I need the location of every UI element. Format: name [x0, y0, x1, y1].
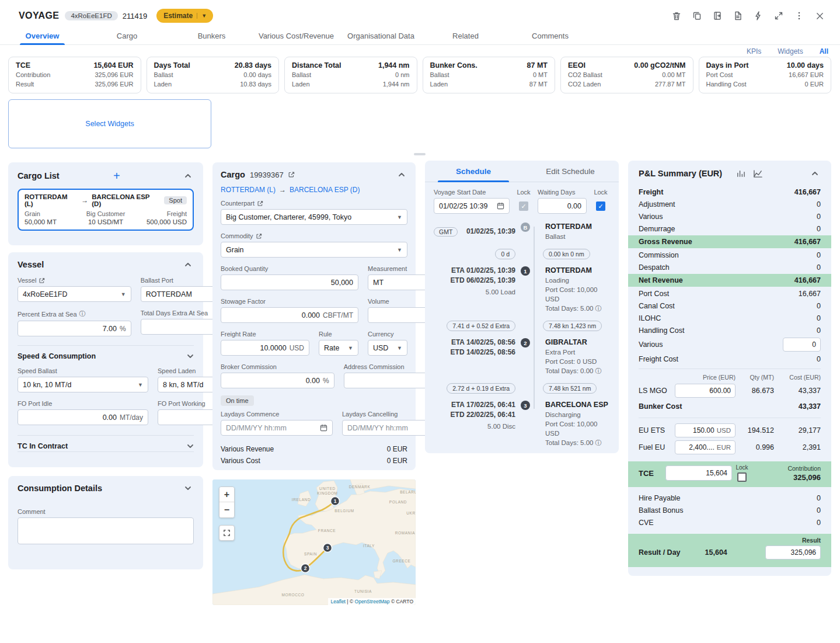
- collapse-cargo-button[interactable]: [396, 170, 407, 179]
- more-options-button[interactable]: [789, 6, 809, 26]
- kpi-card-bunker-cons: Bunker Cons.87 MT Ballast0 MT Laden87 MT: [423, 57, 556, 93]
- tab-related[interactable]: Related: [423, 27, 508, 44]
- filter-widgets[interactable]: Widgets: [778, 47, 803, 55]
- various-revenue-label: Various Revenue: [221, 445, 274, 453]
- trash-icon: [672, 11, 681, 21]
- lsmgo-price-field: [675, 384, 736, 398]
- schedule-stop-1[interactable]: ETA 01/02/25, 10:39 ETD 06/02/25, 10:39 …: [434, 266, 610, 313]
- estimate-button[interactable]: Estimate ▼: [156, 9, 213, 23]
- speed-ballast-select[interactable]: 10 kn, 10 MT/d▼: [18, 377, 148, 392]
- item-commodity: Grain: [25, 210, 79, 217]
- bar-chart-icon[interactable]: [736, 169, 745, 178]
- transfer-button[interactable]: [707, 6, 727, 26]
- cargo-list-item[interactable]: ROTTERDAM (L) → BARCELONA ESP (D) Spot G…: [18, 189, 194, 231]
- external-link-icon[interactable]: [256, 233, 262, 239]
- route-map-widget[interactable]: UNITED KINGDOM IRELAND DENMARK POLAND BE…: [212, 479, 416, 605]
- load-port-link[interactable]: ROTTERDAM (L): [221, 186, 276, 194]
- tab-comments[interactable]: Comments: [508, 27, 592, 44]
- timezone-chip[interactable]: GMT: [434, 227, 458, 237]
- result-total-field: [765, 545, 821, 559]
- voyage-start-field: [434, 198, 510, 214]
- map-fullscreen-button[interactable]: [219, 525, 235, 541]
- tc-in-contract-section[interactable]: TC In Contract: [18, 435, 194, 452]
- broker-commission-input[interactable]: [226, 377, 320, 385]
- discharge-port-link[interactable]: BARCELONA ESP (D): [290, 186, 360, 194]
- fullscreen-button[interactable]: [769, 6, 789, 26]
- marker-stop-3: 3: [521, 401, 530, 410]
- tce-lock-checkbox[interactable]: [737, 472, 747, 482]
- panel-drag-handle[interactable]: [414, 153, 426, 155]
- freight-rate-input[interactable]: [226, 344, 287, 352]
- select-widgets-link[interactable]: Select Widgets: [85, 120, 134, 128]
- arrow-right-icon: →: [81, 196, 88, 204]
- schedule-timeline: GMT 01/02/25, 10:39 B ROTTERDAM Ballast …: [425, 214, 619, 447]
- map-marker-3[interactable]: 3: [326, 545, 329, 551]
- pdf-export-button[interactable]: [728, 6, 748, 26]
- collapse-consumption-button[interactable]: [182, 484, 194, 493]
- line-chart-icon[interactable]: [754, 169, 762, 178]
- load-port: ROTTERDAM (L): [25, 193, 78, 207]
- counterpart-select[interactable]: Big Customer, Charterer, 45999, Tokyo▼: [221, 209, 407, 225]
- quick-actions-button[interactable]: [748, 6, 768, 26]
- waiting-days-input[interactable]: [543, 202, 581, 210]
- fo-port-idle-input[interactable]: [23, 413, 117, 422]
- pnl-various-input[interactable]: [787, 340, 816, 349]
- euets-price-input[interactable]: [679, 426, 714, 435]
- osm-link[interactable]: OpenStreetMap: [355, 599, 390, 604]
- tab-overview[interactable]: Overview: [0, 27, 85, 44]
- laydays-commence-input[interactable]: [226, 424, 320, 432]
- commodity-select[interactable]: Grain▼: [221, 242, 407, 258]
- calendar-icon[interactable]: [497, 202, 504, 210]
- schedule-stop-3[interactable]: ETA 17/02/25, 06:41 ETD 22/02/25, 06:41 …: [434, 400, 610, 447]
- open-cargo-icon[interactable]: [288, 171, 295, 178]
- collapse-pnl-button[interactable]: [809, 169, 821, 178]
- zoom-out-button[interactable]: −: [219, 502, 234, 517]
- booked-quantity-input[interactable]: [226, 279, 353, 287]
- currency-select[interactable]: USD▼: [368, 340, 407, 356]
- add-cargo-button[interactable]: +: [113, 170, 120, 182]
- percent-extra-field: %: [18, 321, 131, 336]
- zoom-in-button[interactable]: +: [219, 487, 234, 502]
- vessel-card-title: Vessel: [18, 260, 44, 269]
- schedule-stop-2[interactable]: ETA 14/02/25, 08:56 ETD 14/02/25, 08:56 …: [434, 338, 610, 376]
- filter-kpis[interactable]: KPIs: [747, 47, 761, 55]
- leaflet-link[interactable]: Leaflet: [330, 599, 346, 604]
- vessel-card: Vessel Vessel 4xRoEeE1FD▼ Ballast Port R…: [8, 252, 203, 467]
- duplicate-button[interactable]: [687, 6, 707, 26]
- map-label-united: UNITED: [319, 486, 336, 491]
- broker-commission-field: %: [221, 373, 334, 388]
- result-total-input[interactable]: [770, 548, 816, 557]
- voyage-start-input[interactable]: [439, 202, 497, 210]
- delete-button[interactable]: [667, 6, 686, 26]
- calendar-icon[interactable]: [320, 424, 327, 432]
- collapse-vessel-button[interactable]: [182, 260, 194, 269]
- tab-cargo[interactable]: Cargo: [85, 27, 169, 44]
- voyage-start-lock-checkbox[interactable]: [519, 201, 528, 211]
- lsmgo-price-input[interactable]: [679, 387, 731, 395]
- rule-select[interactable]: Rate▼: [319, 340, 358, 356]
- tab-edit-schedule[interactable]: Edit Schedule: [522, 161, 619, 182]
- info-icon: ⓘ: [595, 304, 601, 313]
- waiting-days-lock-checkbox[interactable]: [596, 201, 605, 211]
- filter-all[interactable]: All: [820, 47, 828, 55]
- fueleu-price-input[interactable]: [679, 443, 714, 451]
- tab-schedule[interactable]: Schedule: [425, 161, 522, 182]
- chevron-up-icon: [184, 262, 191, 267]
- discharge-port: BARCELONA ESP (D): [92, 193, 161, 207]
- external-link-icon[interactable]: [257, 200, 263, 207]
- stowage-factor-input[interactable]: [226, 311, 320, 319]
- map-marker-2[interactable]: 2: [304, 565, 307, 571]
- collapse-cargo-list-button[interactable]: [182, 171, 194, 180]
- tce-input[interactable]: [670, 469, 727, 477]
- vessel-select[interactable]: 4xRoEeE1FD▼: [18, 286, 131, 302]
- close-button[interactable]: [810, 6, 829, 26]
- percent-extra-input[interactable]: [23, 325, 117, 333]
- external-link-icon[interactable]: [39, 277, 45, 284]
- tab-organisational-data[interactable]: Organisational Data: [339, 27, 423, 44]
- tab-bunkers[interactable]: Bunkers: [169, 27, 254, 44]
- pnl-title: P&L Summary (EUR): [639, 169, 722, 178]
- map-marker-1[interactable]: 1: [334, 498, 337, 504]
- tab-various-cost-revenue[interactable]: Various Cost/Revenue: [254, 27, 339, 44]
- comment-textarea[interactable]: [18, 517, 194, 544]
- speed-consumption-section[interactable]: Speed & Consumption: [18, 345, 194, 367]
